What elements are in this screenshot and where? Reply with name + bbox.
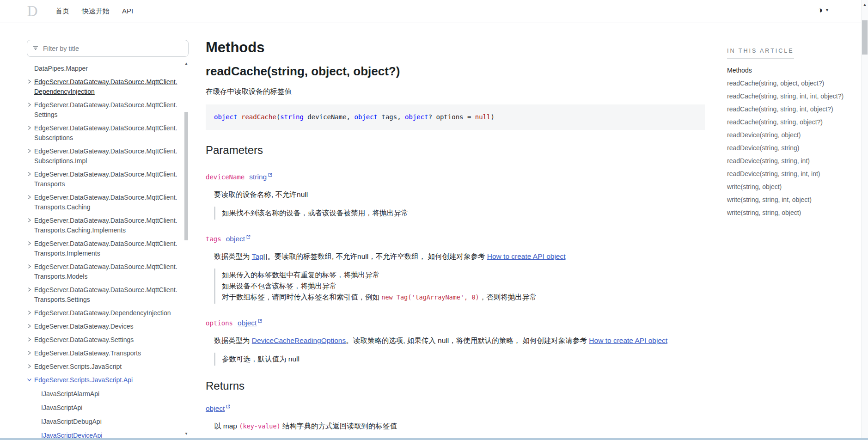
- howto-create-api-object-link[interactable]: How to create API object: [487, 252, 566, 260]
- sidebar-item[interactable]: EdgeServer.DataGateway.Settings: [27, 333, 181, 347]
- sidebar-item[interactable]: DataPipes.Mapper: [27, 62, 181, 75]
- howto-create-api-object-link[interactable]: How to create API object: [589, 336, 667, 344]
- in-this-article-link[interactable]: readDevice(string, string): [727, 143, 845, 153]
- chevron-right-icon[interactable]: [27, 193, 34, 212]
- in-this-article-link[interactable]: write(string, string, object): [727, 208, 845, 218]
- sidebar-item-label: EdgeServer.DataGateway.DataSource.MqttCl…: [34, 216, 180, 235]
- sidebar-item[interactable]: EdgeServer.DataGateway.DependencyInjecti…: [27, 306, 181, 320]
- param-options: options object 数据类型为 DeviceCacheReadingO…: [206, 319, 705, 366]
- device-cache-reading-options-link[interactable]: DeviceCacheReadingOptions: [252, 336, 346, 344]
- sidebar-child-item[interactable]: IJavaScriptApi: [34, 401, 181, 415]
- chevron-right-icon[interactable]: [27, 285, 34, 305]
- article: Methods readCache(string, object, object…: [206, 31, 705, 432]
- in-this-article-link[interactable]: readCache(string, object, object?): [727, 79, 845, 88]
- in-this-article-link[interactable]: readCache(string, string, int, int, obje…: [727, 92, 845, 101]
- page-scrollbar-thumb[interactable]: [862, 20, 868, 55]
- desc-text: 。读取策略的选项, 如果传入 null，将使用默认的策略， 如何创建对象请参考: [346, 336, 589, 344]
- bottom-edge-band: [0, 438, 868, 440]
- desc-text: []。要读取的标签数组, 不允许null，不允许空数组， 如何创建对象参考: [263, 252, 487, 260]
- method-heading: readCache(string, object, object?): [206, 63, 705, 79]
- in-this-article-link[interactable]: readCache(string, string, object?): [727, 117, 845, 127]
- chevron-spacer: [34, 431, 41, 439]
- param-type-link[interactable]: object: [238, 319, 263, 327]
- param-deviceName: deviceName string 要读取的设备名称, 不允许null 如果找不…: [206, 173, 705, 220]
- caret-down-icon: ▾: [826, 7, 828, 12]
- tag-type-link[interactable]: Tag: [252, 252, 263, 260]
- page-scrollbar[interactable]: ▲: [861, 0, 868, 440]
- sidebar-item-label: EdgeServer.DataGateway.DataSource.MqttCl…: [34, 77, 180, 97]
- chevron-right-icon[interactable]: [27, 123, 34, 143]
- nav-item-quickstart[interactable]: 快速开始: [82, 7, 110, 16]
- nav-item-home[interactable]: 首页: [55, 7, 69, 16]
- sidebar-item[interactable]: EdgeServer.DataGateway.Transports: [27, 347, 181, 360]
- filter-input[interactable]: [27, 40, 189, 57]
- return-type-label: object: [206, 404, 225, 413]
- sidebar-child-item[interactable]: IJavaScriptDebugApi: [34, 415, 181, 428]
- in-this-article: IN THIS ARTICLE MethodsreadCache(string,…: [727, 46, 845, 221]
- in-this-article-link[interactable]: write(string, object): [727, 182, 845, 192]
- param-type-link[interactable]: string: [249, 173, 273, 181]
- chevron-right-icon[interactable]: [27, 262, 34, 281]
- code-token-keyword: object: [214, 113, 238, 121]
- sidebar-item[interactable]: EdgeServer.Scripts.JavaScript: [27, 360, 181, 373]
- chevron-right-icon[interactable]: [27, 100, 34, 120]
- chevron-right-icon[interactable]: [27, 239, 34, 258]
- theme-toggle-button[interactable]: ◑ ▾: [817, 6, 828, 14]
- sidebar-item-label: EdgeServer.DataGateway.DataSource.MqttCl…: [34, 147, 180, 166]
- sidebar-item[interactable]: EdgeServer.DataGateway.DataSource.MqttCl…: [27, 214, 181, 237]
- chevron-right-icon[interactable]: [27, 147, 34, 166]
- in-this-article-link[interactable]: readDevice(string, string, int): [727, 156, 845, 166]
- sidebar-item[interactable]: EdgeServer.DataGateway.DataSource.MqttCl…: [27, 260, 181, 283]
- chevron-right-icon[interactable]: [27, 77, 34, 97]
- site-logo[interactable]: D: [27, 5, 38, 18]
- sidebar-item-label: IJavaScriptApi: [41, 403, 181, 413]
- code-token-keyword: object: [405, 113, 428, 121]
- sidebar-item[interactable]: EdgeServer.DataGateway.Devices: [27, 320, 181, 333]
- param-note: 参数可选，默认值为 null: [214, 353, 705, 366]
- chevron-down-icon[interactable]: [27, 375, 34, 385]
- chevron-right-icon[interactable]: [27, 216, 34, 235]
- code-token-plain: ? options =: [428, 113, 475, 121]
- chevron-right-icon[interactable]: [27, 362, 34, 372]
- sidebar-item[interactable]: EdgeServer.DataGateway.DataSource.MqttCl…: [27, 122, 181, 145]
- sidebar-scrollbar[interactable]: ▲ ▼: [183, 61, 189, 437]
- code-token-plain: deviceName,: [304, 113, 355, 121]
- chevron-right-icon[interactable]: [27, 170, 34, 189]
- code-token-literal: null: [475, 113, 491, 121]
- external-link-icon: [268, 171, 273, 179]
- sidebar-item[interactable]: EdgeServer.Scripts.JavaScript.Api: [27, 373, 181, 387]
- scroll-up-icon[interactable]: ▲: [862, 2, 868, 7]
- sidebar-item-label: IJavaScriptAlarmApi: [41, 389, 181, 399]
- chevron-right-icon[interactable]: [27, 308, 34, 318]
- return-type-link[interactable]: object: [206, 404, 231, 413]
- sidebar-item[interactable]: EdgeServer.DataGateway.DataSource.MqttCl…: [27, 75, 181, 98]
- method-summary: 在缓存中读取设备的标签值: [206, 87, 705, 97]
- sidebar-child-item[interactable]: IJavaScriptDeviceApi: [34, 428, 181, 438]
- sidebar-item-label: EdgeServer.DataGateway.DataSource.MqttCl…: [34, 262, 180, 281]
- sidebar-item[interactable]: EdgeServer.DataGateway.DataSource.MqttCl…: [27, 283, 181, 306]
- chevron-right-icon[interactable]: [27, 348, 34, 358]
- sidebar-item[interactable]: EdgeServer.DataGateway.DataSource.MqttCl…: [27, 168, 181, 191]
- scroll-down-icon[interactable]: ▼: [183, 432, 189, 436]
- scroll-up-icon[interactable]: ▲: [183, 61, 189, 66]
- in-this-article-link[interactable]: readDevice(string, object): [727, 130, 845, 140]
- nav-item-api[interactable]: API: [122, 7, 133, 16]
- param-type-link[interactable]: object: [226, 235, 251, 243]
- chevron-spacer: [34, 389, 41, 399]
- in-this-article-link[interactable]: readDevice(string, string, int, int): [727, 169, 845, 179]
- sidebar-item[interactable]: EdgeServer.DataGateway.DataSource.MqttCl…: [27, 191, 181, 214]
- sidebar-scrollbar-thumb[interactable]: [184, 112, 188, 240]
- chevron-right-icon[interactable]: [27, 322, 34, 331]
- toc-children: IJavaScriptAlarmApiIJavaScriptApiIJavaSc…: [34, 387, 181, 438]
- param-tags: tags object 数据类型为 Tag[]。要读取的标签数组, 不允许nul…: [206, 235, 705, 304]
- sidebar-child-item[interactable]: IJavaScriptAlarmApi: [34, 387, 181, 401]
- in-this-article-link[interactable]: write(string, string, int, object): [727, 195, 845, 205]
- inline-code-new-tag: new Tag('tagArrayName', 0): [381, 293, 479, 301]
- chevron-right-icon[interactable]: [27, 335, 34, 345]
- sidebar-item[interactable]: EdgeServer.DataGateway.DataSource.MqttCl…: [27, 237, 181, 260]
- in-this-article-link[interactable]: readCache(string, string, int, object?): [727, 104, 845, 114]
- sidebar-item[interactable]: EdgeServer.DataGateway.DataSource.MqttCl…: [27, 98, 181, 122]
- filter-icon: [32, 45, 39, 53]
- sidebar-item[interactable]: EdgeServer.DataGateway.DataSource.MqttCl…: [27, 145, 181, 168]
- in-this-article-link[interactable]: Methods: [727, 66, 845, 75]
